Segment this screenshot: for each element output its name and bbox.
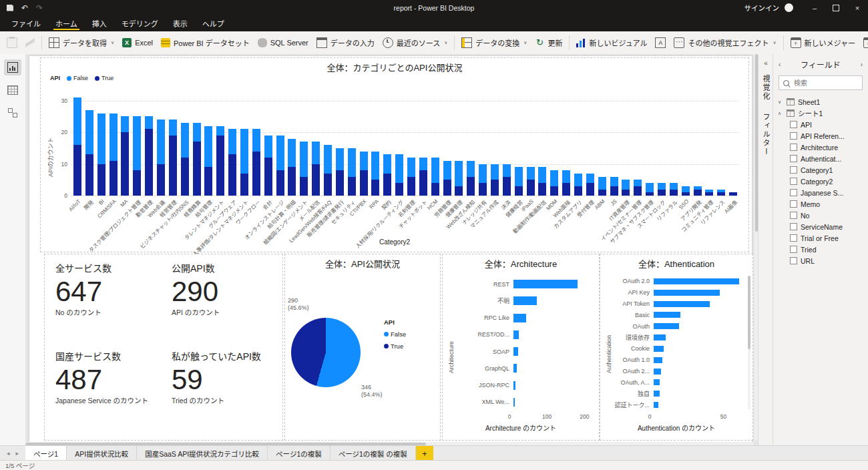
menu-tab-ファイル[interactable]: ファイル (4, 15, 48, 31)
stacked-bar[interactable] (574, 94, 582, 196)
legend-item[interactable]: True (384, 342, 406, 350)
page-tab[interactable]: ページ1の複製 の複製 (331, 446, 416, 461)
visual-api-pie-chart[interactable]: 全体：API公開状況 API FalseTrue 290(45.6%)346(5… (284, 254, 441, 441)
search-input[interactable] (793, 79, 858, 87)
visual-category-api-chart[interactable]: 全体：カテゴリごとのAPI公開状況 API FalseTrue APIのカウント… (40, 57, 749, 252)
visual-scrollbar[interactable] (748, 276, 750, 409)
stacked-bar[interactable] (682, 94, 690, 196)
more-visuals-button[interactable]: その他の視覚エフェクト∨ (670, 35, 780, 51)
stacked-bar[interactable] (204, 94, 212, 196)
stacked-bar[interactable] (455, 94, 463, 196)
pbi-dataset-button[interactable]: Power BI データセット (157, 35, 254, 51)
field-item[interactable]: Architecture (773, 142, 868, 153)
signin-button[interactable]: サインイン (744, 3, 780, 13)
stacked-bar[interactable] (634, 94, 642, 196)
stacked-bar[interactable] (479, 94, 487, 196)
field-checkbox[interactable] (790, 155, 797, 162)
stacked-bar[interactable] (324, 94, 332, 196)
stacked-bar[interactable] (729, 94, 737, 196)
get-data-button[interactable]: データを取得∨ (45, 35, 118, 51)
filters-pane-collapsed[interactable]: フィルター (761, 113, 771, 156)
minimize-button[interactable]: – (804, 0, 825, 15)
page-tab[interactable]: 国産SaaS API提供状況カテゴリ比較 (137, 446, 268, 461)
card-total-services[interactable]: 全サービス数 647 No のカウント (55, 261, 169, 317)
recent-sources-button[interactable]: 最近のソース∨ (379, 35, 452, 51)
stacked-bar[interactable] (371, 94, 379, 196)
chevron-down-icon[interactable]: ∨ (778, 99, 783, 105)
field-checkbox[interactable] (790, 189, 797, 196)
refresh-button[interactable]: 更新 (531, 35, 566, 51)
bar-row[interactable]: Basic (610, 310, 743, 321)
stacked-bar[interactable] (538, 94, 546, 196)
visual-kpi-cards[interactable]: 全サービス数 647 No のカウント 公開API数 290 API のカウント… (44, 254, 283, 441)
stacked-bar[interactable] (694, 94, 702, 196)
prev-page-icon[interactable]: ◂ (7, 450, 10, 457)
field-item[interactable]: Category2 (773, 176, 868, 187)
stacked-bar[interactable] (527, 94, 535, 196)
stacked-bar[interactable] (515, 94, 523, 196)
nav-data-view[interactable] (4, 82, 21, 98)
field-item[interactable]: API Referen... (773, 130, 868, 142)
field-checkbox[interactable] (790, 234, 797, 242)
field-item[interactable]: ServiceName (773, 221, 868, 232)
excel-button[interactable]: Excel (118, 35, 157, 50)
stacked-bar[interactable] (145, 94, 153, 196)
stacked-bar[interactable] (670, 94, 678, 196)
stacked-bar[interactable] (336, 94, 344, 196)
field-item[interactable]: Authenticat... (773, 153, 868, 164)
stacked-bar[interactable] (312, 94, 320, 196)
bar-row[interactable]: OAuth, A... (610, 377, 743, 389)
field-item[interactable]: Trial or Free (773, 232, 868, 244)
stacked-bar[interactable] (407, 94, 415, 196)
page-tab[interactable]: ページ1の複製 (268, 446, 331, 461)
bar-row[interactable]: Cookie (610, 343, 743, 355)
save-icon[interactable] (7, 5, 13, 11)
stacked-bar[interactable] (348, 94, 356, 196)
field-item[interactable]: API (773, 119, 868, 130)
bar-row[interactable]: SOAP (452, 343, 590, 360)
field-checkbox[interactable] (790, 132, 797, 140)
stacked-bar[interactable] (264, 94, 272, 196)
stacked-bar[interactable] (181, 94, 189, 196)
visual-architecture-chart[interactable]: 全体：Architecture Architecture REST不明RPC L… (442, 254, 600, 441)
field-checkbox[interactable] (790, 166, 797, 174)
stacked-bar[interactable] (228, 94, 236, 196)
card-public-api[interactable]: 公開API数 290 API のカウント (172, 261, 285, 317)
add-page-button[interactable]: + (416, 446, 433, 461)
stacked-bar[interactable] (646, 94, 654, 196)
enter-data-button[interactable]: データの入力 (312, 35, 379, 51)
stacked-bar[interactable] (300, 94, 308, 196)
stacked-bar[interactable] (110, 94, 118, 196)
sql-server-button[interactable]: SQL Server (254, 35, 312, 50)
stacked-bar[interactable] (252, 94, 260, 196)
fields-table-シート1[interactable]: ∧シート1 (773, 107, 868, 119)
stacked-bar[interactable] (598, 94, 606, 196)
stacked-bar[interactable] (121, 94, 129, 196)
bar-row[interactable]: REST (452, 276, 590, 292)
field-checkbox[interactable] (790, 121, 797, 128)
bar-row[interactable]: XML We... (452, 394, 590, 411)
quick-measure-button[interactable]: クイック メジャー (859, 35, 868, 51)
bar-row[interactable]: API Key (610, 287, 743, 298)
bar-row[interactable]: RPC Like (452, 310, 590, 326)
card-tried-api[interactable]: 私が触っていたAPI数 59 Tried のカウント (172, 349, 285, 405)
stacked-bar[interactable] (73, 94, 81, 196)
card-japanese-services[interactable]: 国産サービス数 487 Japanese Service のカウント (55, 349, 169, 405)
stacked-bar[interactable] (97, 94, 105, 196)
field-checkbox[interactable] (790, 144, 797, 151)
stacked-bar[interactable] (85, 94, 93, 196)
legend-item[interactable]: True (95, 75, 114, 81)
menu-tab-モデリング[interactable]: モデリング (114, 15, 166, 31)
bar-row[interactable]: 環境依存 (610, 332, 743, 343)
menu-tab-表示[interactable]: 表示 (166, 15, 195, 31)
field-checkbox[interactable] (790, 212, 797, 219)
legend-item[interactable]: False (384, 330, 406, 338)
avatar[interactable] (785, 3, 793, 12)
visual-authentication-chart[interactable]: 全体：Athentication Authentication OAuth 2.… (600, 254, 753, 441)
bar-row[interactable]: JSON-RPC (452, 377, 590, 394)
menu-tab-挿入[interactable]: 挿入 (85, 15, 114, 31)
stacked-bar[interactable] (193, 94, 201, 196)
field-item[interactable]: No (773, 210, 868, 221)
stacked-bar[interactable] (383, 94, 391, 196)
nav-report-view[interactable] (4, 59, 21, 75)
